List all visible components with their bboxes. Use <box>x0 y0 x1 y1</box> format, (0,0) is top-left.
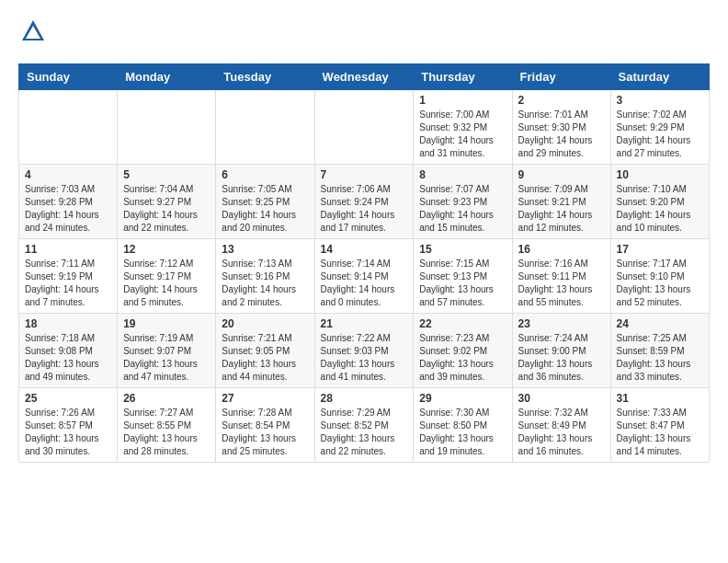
day-info: Sunrise: 7:29 AM Sunset: 8:52 PM Dayligh… <box>321 407 408 458</box>
day-info: Sunrise: 7:32 AM Sunset: 8:49 PM Dayligh… <box>518 407 605 458</box>
day-number: 12 <box>123 243 210 256</box>
calendar-header-wednesday: Wednesday <box>314 64 414 90</box>
calendar-header-saturday: Saturday <box>610 64 709 90</box>
calendar-cell: 4Sunrise: 7:03 AM Sunset: 9:28 PM Daylig… <box>19 165 118 239</box>
day-number: 27 <box>222 392 308 405</box>
day-info: Sunrise: 7:05 AM Sunset: 9:25 PM Dayligh… <box>222 183 308 235</box>
calendar-week-3: 18Sunrise: 7:18 AM Sunset: 9:08 PM Dayli… <box>19 314 710 388</box>
calendar-table: SundayMondayTuesdayWednesdayThursdayFrid… <box>18 63 710 463</box>
day-info: Sunrise: 7:02 AM Sunset: 9:29 PM Dayligh… <box>617 109 703 160</box>
day-number: 1 <box>419 94 506 107</box>
calendar-cell: 1Sunrise: 7:00 AM Sunset: 9:32 PM Daylig… <box>414 90 512 165</box>
calendar-week-0: 1Sunrise: 7:00 AM Sunset: 9:32 PM Daylig… <box>19 90 710 165</box>
day-number: 15 <box>419 243 506 256</box>
calendar-cell <box>118 90 216 165</box>
calendar-header-monday: Monday <box>118 64 216 90</box>
day-info: Sunrise: 7:01 AM Sunset: 9:30 PM Dayligh… <box>518 109 605 160</box>
day-info: Sunrise: 7:21 AM Sunset: 9:05 PM Dayligh… <box>222 332 308 384</box>
calendar-header-sunday: Sunday <box>19 64 118 90</box>
day-number: 17 <box>617 243 703 256</box>
day-number: 9 <box>518 168 605 181</box>
calendar-cell: 2Sunrise: 7:01 AM Sunset: 9:30 PM Daylig… <box>512 90 610 165</box>
logo <box>18 18 46 49</box>
day-info: Sunrise: 7:14 AM Sunset: 9:14 PM Dayligh… <box>321 258 408 309</box>
day-info: Sunrise: 7:06 AM Sunset: 9:24 PM Dayligh… <box>321 183 408 235</box>
calendar-cell: 11Sunrise: 7:11 AM Sunset: 9:19 PM Dayli… <box>19 239 118 314</box>
calendar-cell: 7Sunrise: 7:06 AM Sunset: 9:24 PM Daylig… <box>314 165 414 239</box>
calendar-cell: 24Sunrise: 7:25 AM Sunset: 8:59 PM Dayli… <box>610 314 709 388</box>
calendar-cell <box>216 90 314 165</box>
day-number: 4 <box>25 168 111 181</box>
calendar-cell: 26Sunrise: 7:27 AM Sunset: 8:55 PM Dayli… <box>118 388 216 463</box>
day-number: 31 <box>617 392 703 405</box>
day-info: Sunrise: 7:03 AM Sunset: 9:28 PM Dayligh… <box>25 183 111 235</box>
day-info: Sunrise: 7:26 AM Sunset: 8:57 PM Dayligh… <box>25 407 111 458</box>
calendar-cell <box>19 90 118 165</box>
calendar-cell: 9Sunrise: 7:09 AM Sunset: 9:21 PM Daylig… <box>512 165 610 239</box>
day-info: Sunrise: 7:07 AM Sunset: 9:23 PM Dayligh… <box>419 183 506 235</box>
logo-text <box>18 18 46 49</box>
calendar-cell: 28Sunrise: 7:29 AM Sunset: 8:52 PM Dayli… <box>314 388 414 463</box>
calendar-cell: 5Sunrise: 7:04 AM Sunset: 9:27 PM Daylig… <box>118 165 216 239</box>
day-number: 18 <box>25 317 111 330</box>
calendar-cell: 31Sunrise: 7:33 AM Sunset: 8:47 PM Dayli… <box>610 388 709 463</box>
day-info: Sunrise: 7:11 AM Sunset: 9:19 PM Dayligh… <box>25 258 111 309</box>
calendar-cell: 30Sunrise: 7:32 AM Sunset: 8:49 PM Dayli… <box>512 388 610 463</box>
calendar-header-friday: Friday <box>512 64 610 90</box>
calendar-header-tuesday: Tuesday <box>216 64 314 90</box>
day-number: 23 <box>518 317 605 330</box>
day-number: 21 <box>321 317 408 330</box>
day-number: 5 <box>123 168 210 181</box>
calendar-header-thursday: Thursday <box>414 64 512 90</box>
calendar-cell: 3Sunrise: 7:02 AM Sunset: 9:29 PM Daylig… <box>610 90 709 165</box>
day-info: Sunrise: 7:09 AM Sunset: 9:21 PM Dayligh… <box>518 183 605 235</box>
calendar-header-row: SundayMondayTuesdayWednesdayThursdayFrid… <box>19 64 710 90</box>
day-info: Sunrise: 7:25 AM Sunset: 8:59 PM Dayligh… <box>617 332 703 384</box>
day-info: Sunrise: 7:17 AM Sunset: 9:10 PM Dayligh… <box>617 258 703 309</box>
logo-icon <box>20 18 46 44</box>
calendar-cell: 14Sunrise: 7:14 AM Sunset: 9:14 PM Dayli… <box>314 239 414 314</box>
day-info: Sunrise: 7:27 AM Sunset: 8:55 PM Dayligh… <box>123 407 210 458</box>
day-info: Sunrise: 7:12 AM Sunset: 9:17 PM Dayligh… <box>123 258 210 309</box>
calendar-cell <box>314 90 414 165</box>
calendar-week-4: 25Sunrise: 7:26 AM Sunset: 8:57 PM Dayli… <box>19 388 710 463</box>
calendar-cell: 27Sunrise: 7:28 AM Sunset: 8:54 PM Dayli… <box>216 388 314 463</box>
day-number: 14 <box>321 243 408 256</box>
calendar-cell: 12Sunrise: 7:12 AM Sunset: 9:17 PM Dayli… <box>118 239 216 314</box>
day-number: 30 <box>518 392 605 405</box>
day-number: 19 <box>123 317 210 330</box>
calendar-cell: 21Sunrise: 7:22 AM Sunset: 9:03 PM Dayli… <box>314 314 414 388</box>
day-number: 8 <box>419 168 506 181</box>
calendar-cell: 16Sunrise: 7:16 AM Sunset: 9:11 PM Dayli… <box>512 239 610 314</box>
day-number: 10 <box>617 168 703 181</box>
day-number: 16 <box>518 243 605 256</box>
day-info: Sunrise: 7:24 AM Sunset: 9:00 PM Dayligh… <box>518 332 605 384</box>
day-info: Sunrise: 7:04 AM Sunset: 9:27 PM Dayligh… <box>123 183 210 235</box>
day-number: 22 <box>419 317 506 330</box>
day-info: Sunrise: 7:30 AM Sunset: 8:50 PM Dayligh… <box>419 407 506 458</box>
day-number: 20 <box>222 317 308 330</box>
calendar-cell: 18Sunrise: 7:18 AM Sunset: 9:08 PM Dayli… <box>19 314 118 388</box>
day-number: 2 <box>518 94 605 107</box>
day-number: 6 <box>222 168 308 181</box>
calendar-week-1: 4Sunrise: 7:03 AM Sunset: 9:28 PM Daylig… <box>19 165 710 239</box>
day-info: Sunrise: 7:22 AM Sunset: 9:03 PM Dayligh… <box>321 332 408 384</box>
day-number: 28 <box>321 392 408 405</box>
day-number: 11 <box>25 243 111 256</box>
day-number: 3 <box>617 94 703 107</box>
calendar-cell: 13Sunrise: 7:13 AM Sunset: 9:16 PM Dayli… <box>216 239 314 314</box>
day-info: Sunrise: 7:16 AM Sunset: 9:11 PM Dayligh… <box>518 258 605 309</box>
day-info: Sunrise: 7:10 AM Sunset: 9:20 PM Dayligh… <box>617 183 703 235</box>
calendar-cell: 25Sunrise: 7:26 AM Sunset: 8:57 PM Dayli… <box>19 388 118 463</box>
calendar-cell: 19Sunrise: 7:19 AM Sunset: 9:07 PM Dayli… <box>118 314 216 388</box>
calendar-cell: 10Sunrise: 7:10 AM Sunset: 9:20 PM Dayli… <box>610 165 709 239</box>
day-number: 29 <box>419 392 506 405</box>
calendar-cell: 20Sunrise: 7:21 AM Sunset: 9:05 PM Dayli… <box>216 314 314 388</box>
calendar-cell: 29Sunrise: 7:30 AM Sunset: 8:50 PM Dayli… <box>414 388 512 463</box>
day-number: 13 <box>222 243 308 256</box>
day-info: Sunrise: 7:23 AM Sunset: 9:02 PM Dayligh… <box>419 332 506 384</box>
day-info: Sunrise: 7:33 AM Sunset: 8:47 PM Dayligh… <box>617 407 703 458</box>
calendar-cell: 15Sunrise: 7:15 AM Sunset: 9:13 PM Dayli… <box>414 239 512 314</box>
day-info: Sunrise: 7:28 AM Sunset: 8:54 PM Dayligh… <box>222 407 308 458</box>
day-number: 7 <box>321 168 408 181</box>
